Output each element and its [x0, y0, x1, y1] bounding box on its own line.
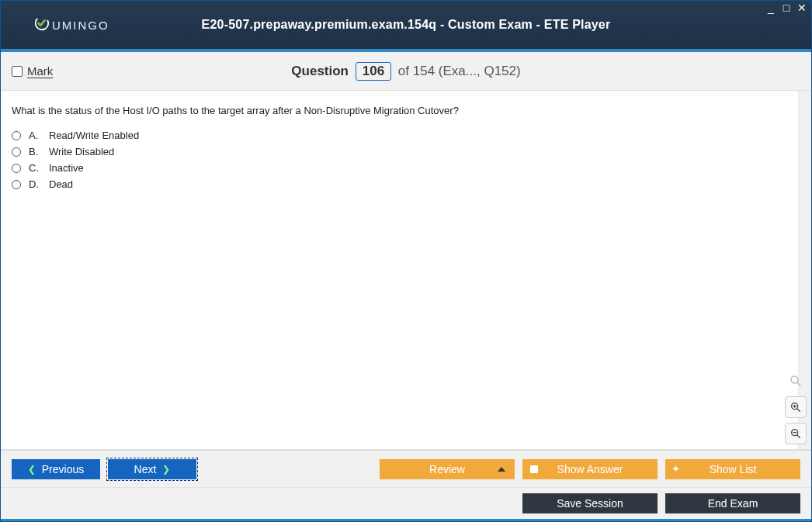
question-counter: Question 106 of 154 (Exa..., Q152) — [1, 62, 811, 81]
save-session-label: Save Session — [557, 497, 623, 510]
choice-d[interactable]: D. Dead — [12, 176, 786, 192]
show-answer-label: Show Answer — [557, 463, 623, 475]
chevron-up-icon — [498, 467, 505, 472]
radio-icon[interactable] — [12, 180, 21, 189]
next-label: Next — [134, 463, 157, 475]
titlebar: _ □ ✕ UMINGO E20-507.prepaway.premium.ex… — [1, 1, 811, 49]
zoom-in-button[interactable] — [785, 396, 807, 418]
question-bar: Mark Question 106 of 154 (Exa..., Q152) — [1, 52, 811, 91]
puzzle-icon: ✦ — [671, 463, 680, 475]
choice-letter: A. — [29, 130, 41, 141]
svg-line-4 — [797, 409, 800, 411]
show-answer-button[interactable]: Show Answer — [522, 459, 658, 479]
choice-letter: D. — [29, 178, 41, 190]
review-label: Review — [429, 463, 465, 475]
radio-icon[interactable] — [12, 131, 21, 140]
show-list-button[interactable]: ✦ Show List — [665, 459, 800, 479]
window-title: E20-507.prepaway.premium.exam.154q - Cus… — [1, 18, 811, 32]
radio-icon[interactable] — [12, 164, 21, 173]
window-controls: _ □ ✕ — [765, 2, 808, 13]
content-area: What is the status of the Host I/O paths… — [1, 91, 811, 450]
choices-list: A. Read/Write Enabled B. Write Disabled … — [12, 127, 786, 192]
choice-c[interactable]: C. Inactive — [12, 160, 786, 176]
nav-footer: ❮ Previous Next ❯ Review Show Answer ✦ S… — [1, 450, 811, 487]
session-footer: Save Session End Exam — [1, 487, 811, 521]
question-total: of 154 — [398, 64, 435, 78]
choice-text: Dead — [49, 178, 73, 190]
svg-point-1 — [791, 376, 798, 383]
choice-letter: C. — [29, 162, 41, 174]
mark-control[interactable]: Mark — [12, 64, 53, 78]
choice-b[interactable]: B. Write Disabled — [12, 143, 786, 160]
end-exam-button[interactable]: End Exam — [665, 493, 800, 513]
choice-text: Read/Write Enabled — [49, 130, 139, 141]
choice-a[interactable]: A. Read/Write Enabled — [12, 127, 786, 143]
maximize-button[interactable]: □ — [780, 2, 793, 13]
zoom-tools — [785, 370, 807, 444]
previous-button[interactable]: ❮ Previous — [12, 459, 100, 479]
end-exam-label: End Exam — [708, 497, 758, 510]
question-body: What is the status of the Host I/O paths… — [1, 91, 797, 206]
review-button[interactable]: Review — [380, 459, 515, 479]
close-button[interactable]: ✕ — [796, 2, 808, 13]
question-word: Question — [291, 64, 349, 78]
radio-icon[interactable] — [12, 147, 21, 157]
minimize-button[interactable]: _ — [765, 2, 777, 13]
chevron-right-icon: ❯ — [162, 464, 170, 475]
question-number-input[interactable]: 106 — [356, 62, 391, 81]
chevron-left-icon: ❮ — [28, 464, 36, 475]
show-list-label: Show List — [710, 463, 757, 475]
next-button[interactable]: Next ❯ — [108, 459, 196, 479]
search-icon[interactable] — [785, 370, 807, 392]
question-meta: (Exa..., Q152) — [439, 64, 521, 78]
app-window: _ □ ✕ UMINGO E20-507.prepaway.premium.ex… — [0, 0, 812, 522]
question-text: What is the status of the Host I/O paths… — [12, 105, 786, 116]
mark-checkbox[interactable] — [12, 66, 23, 77]
choice-text: Inactive — [49, 162, 84, 174]
choice-letter: B. — [29, 146, 41, 157]
svg-line-8 — [797, 435, 800, 437]
square-icon — [530, 465, 538, 473]
previous-label: Previous — [42, 463, 84, 475]
mark-label: Mark — [27, 64, 53, 78]
choice-text: Write Disabled — [49, 146, 114, 157]
zoom-out-button[interactable] — [785, 423, 807, 444]
svg-line-2 — [797, 382, 800, 385]
save-session-button[interactable]: Save Session — [522, 493, 658, 513]
